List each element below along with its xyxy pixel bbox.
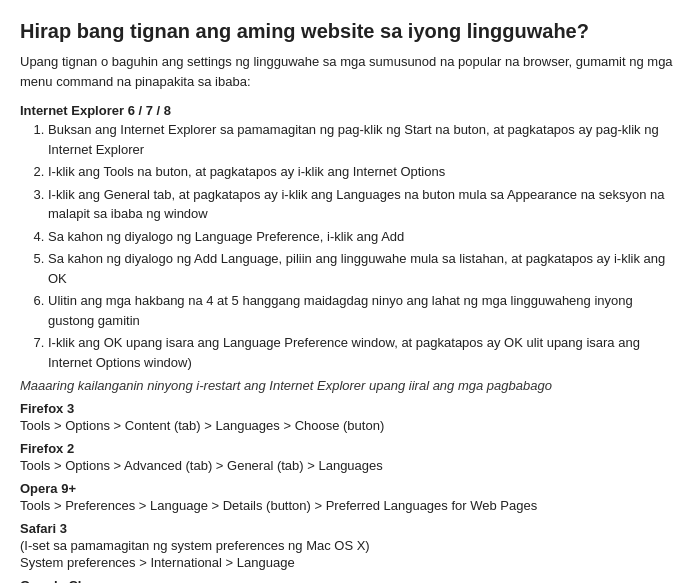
ie-note: Maaaring kailanganin ninyong i-restart a…: [20, 378, 680, 393]
chrome-section: Google Chrome Options > Minor Tweaks (ta…: [20, 578, 680, 583]
opera-path: Tools > Preferences > Language > Details…: [20, 498, 680, 513]
firefox3-path: Tools > Options > Content (tab) > Langua…: [20, 418, 680, 433]
firefox2-label: Firefox 2: [20, 441, 680, 456]
firefox3-label: Firefox 3: [20, 401, 680, 416]
ie-step-3: I-klik ang General tab, at pagkatapos ay…: [48, 185, 680, 224]
intro-text: Upang tignan o baguhin ang settings ng l…: [20, 52, 680, 91]
ie-steps-list: Buksan ang Internet Explorer sa pamamagi…: [48, 120, 680, 372]
ie-step-6: Ulitin ang mga hakbang na 4 at 5 hanggan…: [48, 291, 680, 330]
firefox3-section: Firefox 3 Tools > Options > Content (tab…: [20, 401, 680, 433]
ie-step-7: I-klik ang OK upang isara ang Language P…: [48, 333, 680, 372]
page-title: Hirap bang tignan ang aming website sa i…: [20, 18, 680, 44]
safari-section: Safari 3 (I-set sa pamamagitan ng system…: [20, 521, 680, 570]
safari-label: Safari 3: [20, 521, 680, 536]
opera-label: Opera 9+: [20, 481, 680, 496]
chrome-label: Google Chrome: [20, 578, 680, 583]
ie-section: Internet Explorer 6 / 7 / 8 Buksan ang I…: [20, 103, 680, 393]
opera-section: Opera 9+ Tools > Preferences > Language …: [20, 481, 680, 513]
firefox2-path: Tools > Options > Advanced (tab) > Gener…: [20, 458, 680, 473]
ie-step-1: Buksan ang Internet Explorer sa pamamagi…: [48, 120, 680, 159]
ie-step-4: Sa kahon ng diyalogo ng Language Prefere…: [48, 227, 680, 247]
safari-path: System preferences > International > Lan…: [20, 555, 680, 570]
ie-step-5: Sa kahon ng diyalogo ng Add Language, pi…: [48, 249, 680, 288]
safari-note: (I-set sa pamamagitan ng system preferen…: [20, 538, 680, 553]
ie-label: Internet Explorer 6 / 7 / 8: [20, 103, 680, 118]
ie-step-2: I-klik ang Tools na buton, at pagkatapos…: [48, 162, 680, 182]
firefox2-section: Firefox 2 Tools > Options > Advanced (ta…: [20, 441, 680, 473]
